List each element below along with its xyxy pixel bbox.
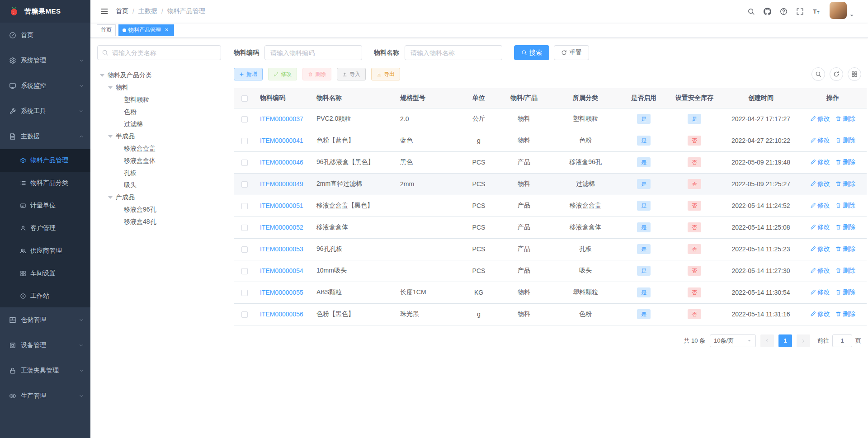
refresh-table-button[interactable] [830, 67, 843, 81]
delete-row-link[interactable]: 删除 [835, 137, 855, 145]
edit-row-link[interactable]: 修改 [810, 137, 830, 145]
item-code-link[interactable]: ITEM00000053 [260, 245, 303, 253]
item-code-link[interactable]: ITEM00000046 [260, 159, 303, 166]
row-checkbox[interactable] [241, 138, 248, 144]
sidebar-toggle-button[interactable] [97, 0, 112, 23]
edit-row-link[interactable]: 修改 [810, 115, 830, 123]
delete-row-link[interactable]: 删除 [835, 245, 855, 253]
tree-node[interactable]: 吸头 [97, 179, 221, 191]
avatar[interactable] [830, 2, 847, 19]
item-code-link[interactable]: ITEM00000055 [260, 289, 303, 296]
page-size-select[interactable]: 10条/页 [710, 334, 756, 347]
item-code-link[interactable]: ITEM00000051 [260, 202, 303, 209]
row-checkbox[interactable] [241, 225, 248, 231]
sidebar-subitem-material-category[interactable]: 物料产品分类 [0, 172, 90, 194]
tree-node[interactable]: 移液盒盒盖 [97, 142, 221, 155]
import-button[interactable]: 导入 [337, 68, 366, 80]
tab-material-product[interactable]: 物料产品管理× [118, 24, 174, 36]
user-menu[interactable] [830, 2, 854, 21]
tree-node[interactable]: 物料 [97, 81, 221, 94]
tree-node[interactable]: 移液盒96孔 [97, 203, 221, 216]
table-row[interactable]: ITEM00000037PVC2.0颗粒2.0公斤物料塑料颗粒是是2022-04… [234, 108, 867, 130]
close-icon[interactable]: × [163, 27, 170, 33]
sidebar-item-system[interactable]: 系统管理 [0, 48, 90, 73]
delete-row-link[interactable]: 删除 [835, 158, 855, 166]
table-row[interactable]: ITEM00000041色粉【蓝色】蓝色g物料色粉是否2022-04-27 22… [234, 130, 867, 151]
tree-node[interactable]: 孔板 [97, 167, 221, 179]
add-button[interactable]: 新增 [234, 68, 263, 80]
delete-row-link[interactable]: 删除 [835, 267, 855, 275]
delete-row-link[interactable]: 删除 [835, 288, 855, 297]
table-row[interactable]: ITEM0000004696孔移液盒【黑色】黑色PCS产品移液盒96孔是否202… [234, 151, 867, 173]
delete-row-link[interactable]: 删除 [835, 223, 855, 231]
row-checkbox[interactable] [241, 181, 248, 188]
edit-row-link[interactable]: 修改 [810, 202, 830, 210]
item-code-link[interactable]: ITEM00000054 [260, 267, 303, 274]
table-row[interactable]: ITEM000000492mm直径过滤棉2mmPCS物料过滤棉是否2022-05… [234, 173, 867, 195]
tab-home[interactable]: 首页 [97, 24, 116, 36]
sidebar-subitem-workstation[interactable]: 工作站 [0, 285, 90, 307]
edit-row-link[interactable]: 修改 [810, 180, 830, 188]
table-row[interactable]: ITEM00000051移液盒盒盖【黑色】PCS产品移液盒盒盖是否2022-05… [234, 195, 867, 217]
item-code-link[interactable]: ITEM00000041 [260, 137, 303, 144]
edit-row-link[interactable]: 修改 [810, 245, 830, 253]
row-checkbox[interactable] [241, 290, 248, 296]
sidebar-item-equipment[interactable]: 设备管理 [0, 333, 90, 358]
row-checkbox[interactable] [241, 246, 248, 253]
tree-node[interactable]: 产成品 [97, 191, 221, 203]
edit-row-link[interactable]: 修改 [810, 310, 830, 318]
reset-button[interactable]: 重置 [554, 45, 589, 60]
sidebar-item-fixture[interactable]: 工装夹具管理 [0, 358, 90, 383]
goto-page-input[interactable] [832, 334, 852, 347]
item-code-link[interactable]: ITEM00000037 [260, 115, 303, 122]
column-settings-button[interactable] [848, 67, 861, 81]
sidebar-item-home[interactable]: 首页 [0, 23, 90, 48]
delete-row-link[interactable]: 删除 [835, 180, 855, 188]
navbar-search-button[interactable] [743, 0, 759, 23]
edit-row-link[interactable]: 修改 [810, 223, 830, 231]
delete-button[interactable]: 删除 [302, 68, 331, 80]
export-button[interactable]: 导出 [371, 68, 400, 80]
tree-node[interactable]: 物料及产品分类 [97, 69, 221, 81]
delete-row-link[interactable]: 删除 [835, 115, 855, 123]
edit-button[interactable]: 修改 [268, 68, 297, 80]
tree-node[interactable]: 塑料颗粒 [97, 94, 221, 106]
table-row[interactable]: ITEM00000052移液盒盒体PCS产品移液盒盒体是否2022-05-14 … [234, 217, 867, 238]
search-button[interactable]: 搜索 [514, 45, 549, 60]
table-row[interactable]: ITEM0000005396孔孔板PCS产品孔板是否2022-05-14 11:… [234, 238, 867, 260]
select-all-checkbox[interactable] [241, 95, 248, 102]
edit-row-link[interactable]: 修改 [810, 288, 830, 297]
page-1-button[interactable]: 1 [778, 334, 792, 347]
sidebar-item-production[interactable]: 生产管理 [0, 383, 90, 409]
app-logo[interactable]: 苦糖果MES [0, 0, 90, 23]
row-checkbox[interactable] [241, 268, 248, 274]
name-filter-input[interactable] [405, 45, 502, 60]
tree-node[interactable]: 移液盒盒体 [97, 155, 221, 167]
edit-row-link[interactable]: 修改 [810, 158, 830, 166]
sidebar-subitem-unit[interactable]: 计量单位 [0, 194, 90, 217]
tree-node[interactable]: 移液盒48孔 [97, 216, 221, 228]
navbar-help-button[interactable] [775, 0, 792, 23]
sidebar-subitem-customer[interactable]: 客户管理 [0, 217, 90, 240]
row-checkbox[interactable] [241, 160, 248, 166]
sidebar-item-monitor[interactable]: 系统监控 [0, 73, 90, 99]
navbar-fullscreen-button[interactable] [792, 0, 808, 23]
sidebar-subitem-material-product[interactable]: 物料产品管理 [0, 149, 90, 172]
row-checkbox[interactable] [241, 116, 248, 122]
table-row[interactable]: ITEM00000056色粉【黑色】珠光黑g物料色粉是否2022-05-14 1… [234, 303, 867, 325]
toggle-search-button[interactable] [811, 67, 825, 81]
tree-node[interactable]: 过滤棉 [97, 118, 221, 130]
item-code-link[interactable]: ITEM00000049 [260, 180, 303, 188]
next-page-button[interactable] [797, 334, 810, 347]
delete-row-link[interactable]: 删除 [835, 310, 855, 318]
delete-row-link[interactable]: 删除 [835, 202, 855, 210]
row-checkbox[interactable] [241, 311, 248, 318]
sidebar-subitem-supplier[interactable]: 供应商管理 [0, 240, 90, 262]
navbar-github-link[interactable] [759, 0, 775, 23]
code-filter-input[interactable] [264, 45, 362, 60]
sidebar-item-warehouse[interactable]: 仓储管理 [0, 307, 90, 333]
prev-page-button[interactable] [760, 334, 774, 347]
tree-node[interactable]: 半成品 [97, 130, 221, 142]
item-code-link[interactable]: ITEM00000056 [260, 311, 303, 318]
sidebar-item-masterdata[interactable]: 主数据 [0, 124, 90, 149]
